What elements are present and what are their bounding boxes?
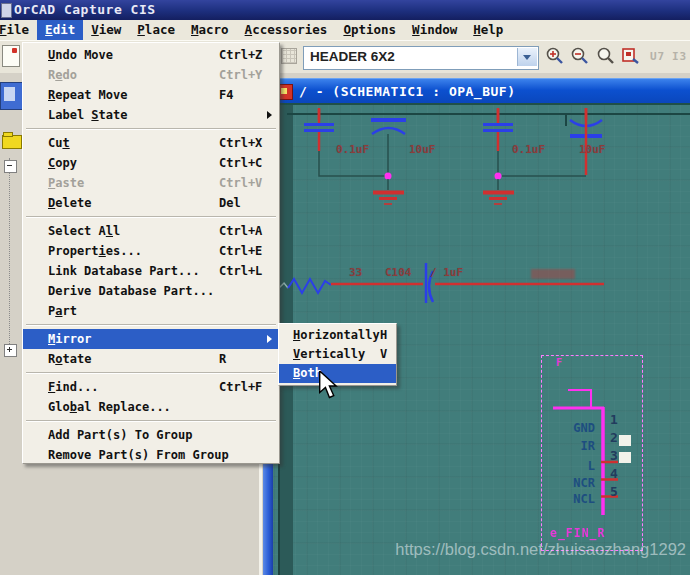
app-icon <box>1 3 12 18</box>
menu-item-global-replace[interactable]: Global Replace... <box>23 397 279 417</box>
tree-expand-icon[interactable] <box>4 344 17 357</box>
cap-ref-label: C104 <box>385 266 412 279</box>
pin-number: 4 <box>610 466 618 481</box>
pin-name: L <box>555 459 595 473</box>
menu-separator <box>23 125 279 133</box>
menu-item-mirror[interactable]: Mirror <box>23 329 279 349</box>
menu-item-remove-parts-from-group[interactable]: Remove Part(s) From Group <box>23 445 279 465</box>
app-window: OrCAD Capture CIS File Edit View Place M… <box>0 0 690 575</box>
cap-label: 0.1uF <box>336 143 369 156</box>
menu-item-copy[interactable]: CopyCtrl+C <box>23 153 279 173</box>
pin-name: IR <box>555 439 595 453</box>
menu-separator <box>23 213 279 221</box>
mouse-cursor <box>318 371 340 404</box>
part-combo-value: HEADER 6X2 <box>310 49 395 64</box>
menu-separator <box>23 321 279 329</box>
part-combo[interactable]: HEADER 6X2 <box>303 46 539 70</box>
pin-number: 3 <box>610 448 618 463</box>
watermark: https://blog.csdn.net/zhuisaozhang1292 <box>383 540 686 559</box>
menu-item-label-state[interactable]: Label State <box>23 105 279 125</box>
menu-item-link-database-part[interactable]: Link Database Part...Ctrl+L <box>23 261 279 281</box>
resistor-value-label: 33 <box>349 266 362 279</box>
pin-name: NCR <box>555 476 595 490</box>
zoom-area-button[interactable] <box>595 46 616 66</box>
menu-item-select-all[interactable]: Select AllCtrl+A <box>23 221 279 241</box>
edit-menu-panel: Undo MoveCtrl+Z RedoCtrl+Y Repeat MoveF4… <box>22 42 280 464</box>
menu-item-derive-database-part[interactable]: Derive Database Part... <box>23 281 279 301</box>
menu-separator <box>23 417 279 425</box>
zoom-all-button[interactable] <box>620 46 641 66</box>
zoom-out-button[interactable] <box>570 46 591 66</box>
grid-icon[interactable] <box>281 48 297 64</box>
menu-separator <box>23 369 279 377</box>
menu-item-undo-move[interactable]: Undo MoveCtrl+Z <box>23 45 279 65</box>
cap-label: 10uF <box>579 143 606 156</box>
session-log-icon[interactable] <box>0 82 23 110</box>
menu-item-paste: PasteCtrl+V <box>23 173 279 193</box>
submenu-item-vertically[interactable]: VerticallyV <box>279 345 396 364</box>
doc-title-bar[interactable]: / - (SCHEMATIC1 : OPA_BUF) <box>273 78 690 104</box>
submenu-arrow-icon <box>267 111 272 119</box>
pin-name: GND <box>555 421 595 435</box>
chevron-down-icon[interactable] <box>517 48 537 66</box>
tree-collapse-icon[interactable] <box>4 160 17 173</box>
pin-highlight-box <box>619 435 631 446</box>
menu-macro[interactable]: Macro <box>183 20 237 40</box>
pin-number: 5 <box>610 484 618 499</box>
tree-guide-line <box>9 158 10 354</box>
menu-item-delete[interactable]: DeleteDel <box>23 193 279 213</box>
new-document-icon[interactable] <box>2 45 20 67</box>
annotate-icon-disabled: U7 <box>650 50 665 63</box>
net-label-smudge <box>531 269 575 279</box>
menu-options[interactable]: Options <box>335 20 404 40</box>
menu-edit[interactable]: Edit <box>37 20 83 40</box>
pin-number: 1 <box>610 412 618 427</box>
cap-label: 10uF <box>409 143 436 156</box>
pin-name: NCL <box>555 492 595 506</box>
menu-item-find[interactable]: Find...Ctrl+F <box>23 377 279 397</box>
menu-view[interactable]: View <box>83 20 129 40</box>
pin-highlight-box <box>619 452 631 463</box>
menu-help[interactable]: Help <box>465 20 511 40</box>
menu-item-cut[interactable]: CutCtrl+X <box>23 133 279 153</box>
submenu-item-horizontally[interactable]: HorizontallyH <box>279 326 396 345</box>
doc-title: / - (SCHEMATIC1 : OPA_BUF) <box>299 79 516 104</box>
menu-item-repeat-move[interactable]: Repeat MoveF4 <box>23 85 279 105</box>
zoom-in-button[interactable] <box>545 46 566 66</box>
menu-place[interactable]: Place <box>129 20 183 40</box>
menu-item-properties[interactable]: Properties...Ctrl+E <box>23 241 279 261</box>
menu-file[interactable]: File <box>0 20 37 40</box>
menu-window[interactable]: Window <box>404 20 465 40</box>
cap-value-label: / 1uF <box>430 266 463 279</box>
pin-number: 2 <box>610 430 618 445</box>
menu-item-rotate[interactable]: RotateR <box>23 349 279 369</box>
menu-item-part[interactable]: Part <box>23 301 279 321</box>
menu-bar: File Edit View Place Macro Accessories O… <box>0 20 690 40</box>
annotate2-icon-disabled: I3 <box>672 50 687 63</box>
part-marker-label: F <box>556 357 562 368</box>
zoom-toolbar <box>545 46 641 66</box>
menu-item-add-parts-to-group[interactable]: Add Part(s) To Group <box>23 425 279 445</box>
submenu-arrow-icon <box>267 335 272 343</box>
menu-item-redo: RedoCtrl+Y <box>23 65 279 85</box>
part-footer-label: e_FIN_R <box>550 526 605 540</box>
app-title: OrCAD Capture CIS <box>14 0 156 20</box>
cap-label: 0.1uF <box>512 143 545 156</box>
menu-accessories[interactable]: Accessories <box>237 20 336 40</box>
title-bar: OrCAD Capture CIS <box>0 0 690 20</box>
folder-icon <box>2 135 22 149</box>
